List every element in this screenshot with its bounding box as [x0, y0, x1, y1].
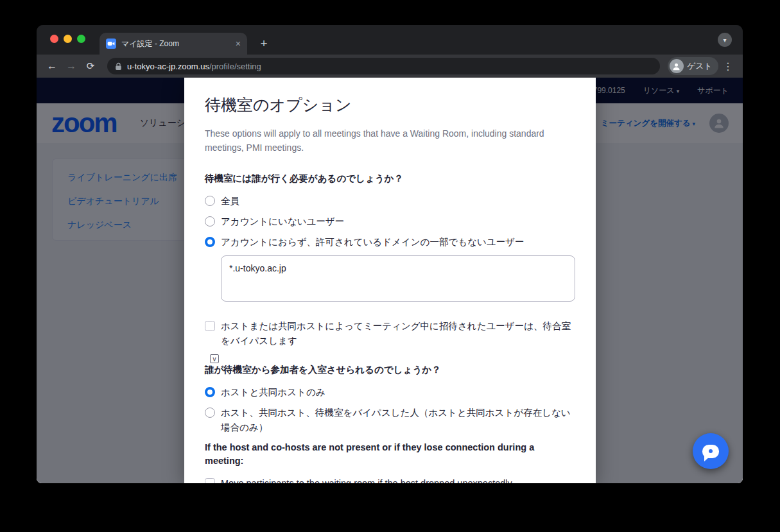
close-window-button[interactable] [50, 35, 58, 43]
guest-label: ゲスト [688, 61, 712, 72]
browser-titlebar: マイ設定 - Zoom × + ▾ [37, 25, 743, 55]
question-who-can-admit: 誰が待機室から参加者を入室させられるのでしょうか？ [205, 363, 575, 377]
modal-description: These options will apply to all meetings… [205, 127, 557, 155]
url-text: u-tokyo-ac-jp.zoom.us/profile/setting [127, 62, 261, 71]
radio-icon[interactable] [205, 408, 215, 418]
tab-title: マイ設定 - Zoom [121, 39, 230, 49]
radio-label: 全員 [221, 194, 239, 209]
checkbox-option-move-participants[interactable]: Move participants to the waiting room if… [205, 476, 575, 483]
maximize-window-button[interactable] [77, 35, 85, 43]
browser-profile-chevron-icon[interactable]: ▾ [718, 33, 732, 47]
radio-option-host-cohosts-bypassers[interactable]: ホスト、共同ホスト、待機室をバイパスした人（ホストと共同ホストが存在しない場合の… [205, 406, 575, 435]
modal-title: 待機室のオプション [205, 94, 575, 116]
radio-icon[interactable] [205, 196, 215, 206]
radio-icon[interactable] [205, 216, 215, 227]
url-path: /profile/setting [209, 62, 261, 71]
address-bar[interactable]: u-tokyo-ac-jp.zoom.us/profile/setting [107, 58, 660, 74]
browser-menu-icon[interactable]: ⋮ [720, 57, 736, 75]
radio-option-users-not-in-account-or-domains[interactable]: アカウントにおらず、許可されているドメインの一部でもないユーザー [205, 235, 575, 250]
v-marker-icon: v [210, 354, 219, 363]
tab-favicon-zoom-icon [106, 39, 116, 49]
browser-profile-chip[interactable]: ゲスト [668, 57, 718, 75]
radio-label: アカウントにいないユーザー [221, 214, 344, 229]
radio-label: ホストと共同ホストのみ [221, 385, 325, 400]
back-button[interactable]: ← [43, 57, 61, 75]
minimize-window-button[interactable] [64, 35, 72, 43]
radio-option-host-cohosts-only[interactable]: ホストと共同ホストのみ [205, 385, 575, 400]
question-host-not-present: If the host and co-hosts are not present… [205, 441, 575, 468]
chat-bubble-icon [702, 445, 719, 458]
reload-button[interactable]: ⟳ [82, 57, 100, 75]
checkbox-icon[interactable] [205, 321, 215, 331]
checkbox-label: Move participants to the waiting room if… [221, 476, 512, 483]
support-chat-button[interactable] [693, 433, 729, 469]
page-viewport: 88.799.0125 リソース▾ サポート zoom ソリューション ミーティ… [37, 78, 743, 483]
radio-option-everyone[interactable]: 全員 [205, 194, 575, 209]
new-tab-button[interactable]: + [255, 35, 273, 53]
radio-icon-selected[interactable] [205, 237, 215, 247]
guest-avatar-icon [670, 59, 684, 73]
browser-toolbar: ← → ⟳ u-tokyo-ac-jp.zoom.us/profile/sett… [37, 55, 743, 78]
waiting-room-options-modal: 待機室のオプション These options will apply to al… [184, 78, 596, 483]
screen: マイ設定 - Zoom × + ▾ ← → ⟳ u-tokyo-ac-jp.zo… [0, 0, 780, 532]
radio-label: アカウントにおらず、許可されているドメインの一部でもないユーザー [221, 235, 524, 250]
browser-tab[interactable]: マイ設定 - Zoom × [100, 33, 247, 55]
lock-icon [115, 62, 122, 71]
radio-icon-selected[interactable] [205, 387, 215, 397]
checkbox-icon[interactable] [205, 478, 215, 483]
browser-window: マイ設定 - Zoom × + ▾ ← → ⟳ u-tokyo-ac-jp.zo… [37, 25, 743, 483]
chat-dot-icon [709, 449, 713, 453]
window-controls [50, 35, 85, 43]
forward-button[interactable]: → [62, 57, 80, 75]
checkbox-option-bypass-waiting-room[interactable]: ホストまたは共同ホストによってミーティング中に招待されたユーザーは、待合室をバイ… [205, 319, 575, 348]
allowed-domains-input[interactable]: *.u-tokyo.ac.jp [221, 255, 575, 302]
question-who-goes-to-waiting-room: 待機室には誰が行く必要があるのでしょうか？ [205, 172, 575, 185]
radio-label: ホスト、共同ホスト、待機室をバイパスした人（ホストと共同ホストが存在しない場合の… [221, 406, 573, 435]
url-domain: u-tokyo-ac-jp.zoom.us [127, 62, 209, 71]
checkbox-label: ホストまたは共同ホストによってミーティング中に招待されたユーザーは、待合室をバイ… [221, 319, 573, 348]
spacer [205, 302, 575, 319]
radio-option-users-not-in-account[interactable]: アカウントにいないユーザー [205, 214, 575, 229]
tab-close-icon[interactable]: × [236, 39, 241, 48]
